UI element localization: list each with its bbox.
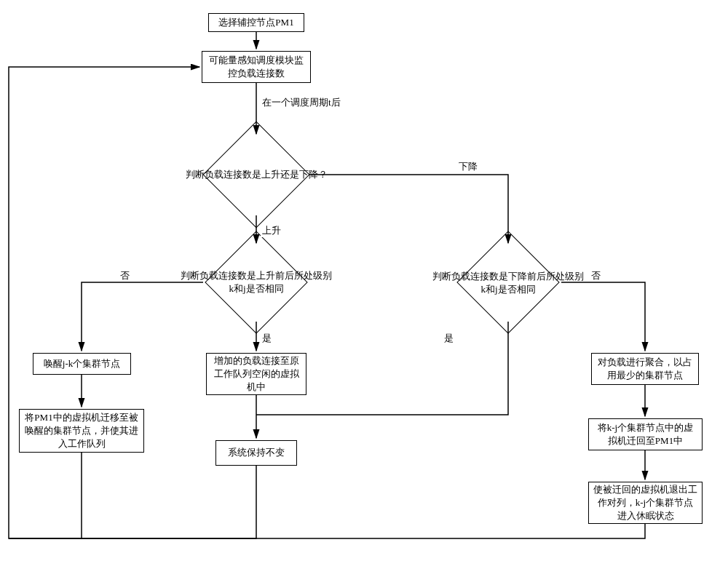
label-text: 是 (444, 333, 454, 343)
node-text: 选择辅控节点PM1 (218, 16, 293, 29)
label-text: 在一个调度周期t后 (262, 97, 341, 108)
node-text: 将PM1中的虚拟机迁移至被唤醒的集群节点，并使其进入工作队列 (24, 411, 139, 451)
node-wake: 唤醒j-k个集群节点 (33, 353, 131, 375)
node-text: 唤醒j-k个集群节点 (44, 357, 120, 370)
node-text: 使被迁回的虚拟机退出工作对列，k-j个集群节点进入休眠状态 (593, 483, 697, 523)
node-unchanged: 系统保持不变 (215, 440, 297, 466)
label-text: 上升 (262, 225, 281, 236)
node-aggregate: 对负载进行聚合，以占用最少的集群节点 (591, 353, 699, 385)
node-text: 可能量感知调度模块监控负载连接数 (207, 54, 306, 80)
node-text: 对负载进行聚合，以占用最少的集群节点 (596, 356, 694, 382)
node-text: 增加的负载连接至原工作队列空闲的虚拟机中 (211, 354, 301, 394)
label-text: 否 (120, 270, 130, 281)
diamond-up-down (202, 121, 309, 228)
label-rising: 上升 (261, 224, 282, 237)
node-select-pm1: 选择辅控节点PM1 (208, 13, 304, 32)
label-no-right: 否 (590, 269, 602, 282)
node-exit-queue: 使被迁回的虚拟机退出工作对列，k-j个集群节点进入休眠状态 (588, 482, 703, 524)
label-text: 否 (591, 270, 601, 281)
label-after-cycle: 在一个调度周期t后 (261, 96, 342, 109)
node-text: 将k-j个集群节点中的虚拟机迁回至PM1中 (593, 421, 697, 447)
node-migrate-from-pm1: 将PM1中的虚拟机迁移至被唤醒的集群节点，并使其进入工作队列 (19, 409, 144, 453)
label-no-left: 否 (119, 269, 131, 282)
node-add-load: 增加的负载连接至原工作队列空闲的虚拟机中 (206, 353, 306, 395)
flowchart-arrows (0, 0, 728, 561)
label-yes-left: 是 (261, 332, 273, 345)
label-falling: 下降 (457, 160, 479, 173)
node-migrate-to-pm1: 将k-j个集群节点中的虚拟机迁回至PM1中 (588, 418, 703, 450)
label-text: 是 (262, 333, 272, 343)
node-text: 系统保持不变 (228, 446, 285, 459)
label-yes-right: 是 (443, 332, 455, 345)
label-text: 下降 (459, 161, 478, 172)
node-monitor: 可能量感知调度模块监控负载连接数 (202, 51, 311, 83)
diamond-rise-same (205, 231, 307, 333)
diamond-fall-same (456, 231, 559, 333)
